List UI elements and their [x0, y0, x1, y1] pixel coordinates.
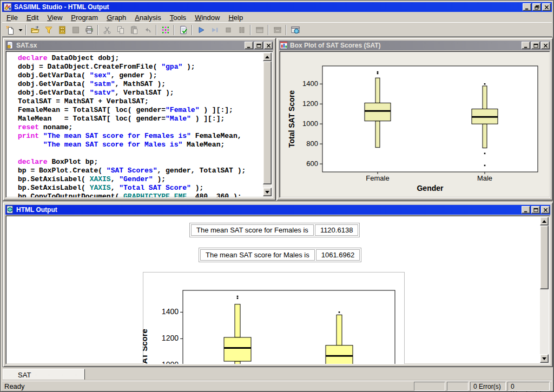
- menu-analysis[interactable]: Analysis: [130, 13, 165, 22]
- menu-tools[interactable]: Tools: [166, 13, 190, 22]
- status-panel-empty-2: [447, 382, 469, 391]
- svg-text:1000: 1000: [302, 119, 318, 128]
- boxplot-window-icon: [280, 41, 288, 50]
- open-button[interactable]: [28, 24, 42, 36]
- menu-edit[interactable]: Edit: [22, 13, 43, 22]
- arrow-up-icon: [542, 220, 546, 223]
- menu-help[interactable]: Help: [224, 13, 247, 22]
- copy-button[interactable]: [114, 24, 127, 36]
- restore-button[interactable]: [532, 3, 541, 11]
- html-viewer-button[interactable]: [288, 24, 302, 36]
- maximize-icon: [533, 43, 538, 48]
- editor-vertical-scrollbar[interactable]: [263, 52, 272, 196]
- editor-title-bar[interactable]: SAT.sx: [5, 41, 273, 50]
- chevron-down-icon: [16, 25, 25, 34]
- mean-males-table: The mean SAT score for Males is 1061.696…: [199, 248, 361, 262]
- close-icon: [543, 208, 548, 212]
- print-button[interactable]: [82, 24, 96, 36]
- paste-button[interactable]: [127, 24, 141, 36]
- stop-button[interactable]: [221, 24, 235, 36]
- code-line[interactable]: declare DataObject dobj;: [18, 54, 262, 63]
- html-vertical-scrollbar[interactable]: [540, 217, 549, 363]
- pause-button[interactable]: [235, 24, 248, 36]
- close-button[interactable]: [542, 3, 551, 11]
- menu-graph[interactable]: Graph: [102, 13, 130, 22]
- program-file-icon: [6, 41, 15, 50]
- code-line[interactable]: FemaleMean = TotalSAT[ loc( gender="Fema…: [18, 106, 262, 115]
- output-window-button[interactable]: [271, 24, 284, 36]
- run-to-cursor-button[interactable]: [208, 24, 221, 36]
- html-close-button[interactable]: [541, 206, 550, 214]
- toolbar-separator: [192, 25, 193, 35]
- boxplot-minimize-button[interactable]: [522, 42, 530, 49]
- code-line[interactable]: dobj = DataObject.CreateFromFile( "gpa" …: [18, 63, 262, 71]
- view-data-button[interactable]: [159, 24, 172, 36]
- scroll-up-button[interactable]: [263, 52, 272, 61]
- tab-sat[interactable]: SAT: [3, 369, 85, 380]
- code-line[interactable]: bp = BoxPlot.Create( "SAT Scores", gende…: [18, 167, 262, 175]
- undo-button[interactable]: [141, 24, 154, 36]
- html-output-title-bar[interactable]: HTML Output: [5, 205, 550, 215]
- boxplot-title-bar[interactable]: Box Plot of SAT Scores (SAT): [279, 41, 550, 50]
- scrollbar-thumb[interactable]: [263, 61, 272, 184]
- code-line[interactable]: declare BoxPlot bp;: [18, 158, 262, 167]
- pause-icon: [238, 25, 246, 34]
- code-line[interactable]: print "The mean SAT score for Females is…: [18, 132, 262, 141]
- html-output-client: The mean SAT score for Females is 1120.6…: [5, 215, 550, 364]
- scrollbar-thumb[interactable]: [540, 225, 549, 289]
- menu-program[interactable]: Program: [67, 13, 102, 22]
- boxplot-window: Box Plot of SAT Scores (SAT) 60080010001…: [276, 38, 553, 201]
- window-title: SAS/IML Studio - HTML Output: [14, 3, 109, 11]
- code-line[interactable]: dobj.GetVarData( "satm", MathSAT );: [18, 80, 262, 89]
- editor-minimize-button[interactable]: [245, 42, 253, 49]
- scroll-up-button[interactable]: [540, 217, 549, 225]
- code-area[interactable]: declare DataObject dobj;dobj = DataObjec…: [7, 52, 272, 196]
- arrow-up-icon: [265, 56, 269, 58]
- server-data-button[interactable]: [55, 24, 69, 36]
- code-line[interactable]: dobj.GetVarData( "satv", VerbalSAT );: [18, 89, 262, 97]
- menu-file[interactable]: File: [2, 13, 22, 22]
- title-bar[interactable]: SAS/IML Studio - HTML Output: [2, 2, 552, 12]
- stop-icon: [224, 25, 233, 34]
- code-line[interactable]: MaleMean = TotalSAT[ loc( gender="Male" …: [18, 115, 262, 123]
- blank-disabled-icon: [71, 25, 80, 34]
- run-button[interactable]: [194, 24, 208, 36]
- code-line[interactable]: bp.CopyToOutputDocument( GRAPHICTYPE_EMF…: [18, 192, 262, 198]
- html-minimize-button[interactable]: [522, 206, 530, 214]
- toolbar-separator: [174, 25, 175, 35]
- menu-window[interactable]: Window: [190, 13, 224, 22]
- new-dropdown-button[interactable]: [17, 24, 24, 36]
- svg-text:800: 800: [306, 139, 318, 148]
- code-line[interactable]: reset noname;: [18, 123, 262, 132]
- svg-text:Female: Female: [366, 174, 389, 182]
- close-icon: [543, 43, 548, 48]
- svg-text:1400: 1400: [162, 307, 179, 316]
- minimize-button[interactable]: [523, 3, 531, 11]
- code-line[interactable]: TotalSAT = MathSAT + VerbalSAT;: [18, 97, 262, 106]
- open-filtered-button[interactable]: [42, 24, 55, 36]
- editor-close-button[interactable]: [264, 42, 273, 49]
- scroll-down-button[interactable]: [540, 354, 549, 363]
- html-maximize-button[interactable]: [531, 206, 540, 214]
- boxplot-close-button[interactable]: [541, 42, 550, 49]
- editor-maximize-button[interactable]: [254, 42, 263, 49]
- status-errors: 0 Error(s): [470, 382, 506, 391]
- code-line[interactable]: "The mean SAT score for Males is" MaleMe…: [18, 141, 262, 149]
- cut-button[interactable]: [100, 24, 114, 36]
- workspace-window-button[interactable]: [253, 24, 266, 36]
- scroll-down-button[interactable]: [263, 188, 272, 196]
- code-line[interactable]: bp.SetAxisLabel( YAXIS, "Total SAT Score…: [18, 184, 262, 192]
- code-line[interactable]: [18, 149, 262, 158]
- status-bar: Ready 0 Error(s) 0 Warning(s): [2, 381, 552, 391]
- boxplot-maximize-button[interactable]: [531, 42, 540, 49]
- check-syntax-button[interactable]: [176, 24, 190, 36]
- code-line[interactable]: bp.SetAxisLabel( XAXIS, "Gender" );: [18, 175, 262, 184]
- code-line[interactable]: dobj.GetVarData( "sex", gender );: [18, 71, 262, 80]
- new-program-button[interactable]: [3, 24, 17, 36]
- html-chart: 600800100012001400FemaleMaleTotal SAT Sc…: [143, 272, 405, 364]
- maximize-icon: [256, 43, 261, 48]
- save-button[interactable]: [69, 24, 82, 36]
- menu-view[interactable]: View: [43, 13, 67, 22]
- arrow-down-icon: [265, 191, 269, 194]
- editor-client: declare DataObject dobj;dobj = DataObjec…: [5, 51, 273, 198]
